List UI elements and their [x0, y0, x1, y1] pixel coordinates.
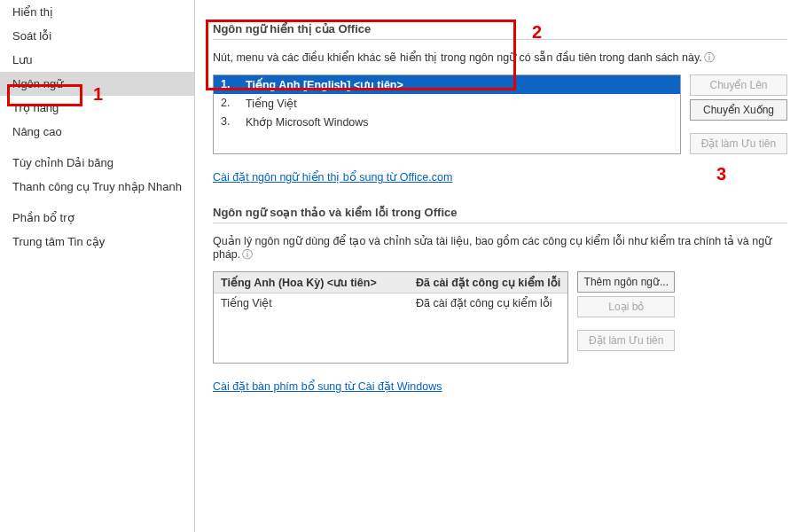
list-item[interactable]: 2. Tiếng Việt	[214, 94, 680, 113]
set-preferred-button[interactable]: Đặt làm Ưu tiên	[690, 133, 787, 154]
sidebar-item-proofing[interactable]: Soát lỗi	[0, 24, 194, 48]
editing-language-desc: Quản lý ngôn ngữ dùng để tạo và chỉnh sử…	[213, 234, 787, 262]
list-label: Khớp Microsoft Windows	[246, 115, 369, 129]
sidebar-item-trust-center[interactable]: Trung tâm Tin cậy	[0, 230, 194, 254]
sidebar-item-accessibility[interactable]: Trợ năng	[0, 96, 194, 120]
table-header: Tiếng Anh (Hoa Kỳ) <ưu tiên> Đã cài đặt …	[214, 272, 567, 293]
list-item[interactable]: 3. Khớp Microsoft Windows	[214, 113, 680, 131]
editing-language-title: Ngôn ngữ soạn thảo và kiểm lỗi trong Off…	[213, 206, 787, 223]
sidebar-item-customize-ribbon[interactable]: Tùy chỉnh Dải băng	[0, 151, 194, 175]
remove-language-button[interactable]: Loại bỏ	[577, 296, 675, 317]
sidebar-item-advanced[interactable]: Nâng cao	[0, 120, 194, 144]
sidebar-item-qat[interactable]: Thanh công cụ Truy nhập Nhanh	[0, 175, 194, 199]
display-language-section: Ngôn ngữ hiển thị của Office Nút, menu v…	[213, 22, 787, 184]
sidebar-item-save[interactable]: Lưu	[0, 48, 194, 72]
options-sidebar: Hiển thị Soát lỗi Lưu Ngôn ngữ Trợ năng …	[0, 0, 195, 532]
move-down-button[interactable]: Chuyển Xuống	[690, 99, 787, 121]
move-up-button[interactable]: Chuyển Lên	[690, 74, 787, 96]
editing-language-section: Ngôn ngữ soạn thảo và kiểm lỗi trong Off…	[213, 206, 787, 393]
display-language-title: Ngôn ngữ hiển thị của Office	[213, 22, 787, 40]
install-keyboards-link[interactable]: Cài đặt bàn phím bổ sung từ Cài đặt Wind…	[213, 379, 442, 393]
install-display-languages-link[interactable]: Cài đặt ngôn ngữ hiển thị bổ sung từ Off…	[213, 170, 452, 184]
table-cell-status: Đã cài đặt công cụ kiểm lỗi	[409, 293, 567, 312]
display-language-listbox[interactable]: 1. Tiếng Anh [English] <ưu tiên> 2. Tiến…	[213, 74, 681, 154]
set-preferred-editing-button[interactable]: Đặt làm Ưu tiên	[577, 330, 675, 351]
list-label: Tiếng Anh [English] <ưu tiên>	[246, 78, 403, 91]
list-label: Tiếng Việt	[246, 97, 297, 110]
editing-header-status: Đã cài đặt công cụ kiểm lỗi	[409, 272, 567, 293]
main-panel: Ngôn ngữ hiển thị của Office Nút, menu v…	[195, 0, 798, 532]
sidebar-item-language[interactable]: Ngôn ngữ	[0, 72, 194, 96]
add-language-button[interactable]: Thêm ngôn ngữ...	[577, 271, 675, 293]
list-index: 1.	[221, 78, 233, 91]
editing-header-lang: Tiếng Anh (Hoa Kỳ) <ưu tiên>	[214, 272, 409, 293]
sidebar-item-addins[interactable]: Phần bổ trợ	[0, 206, 194, 230]
list-item[interactable]: 1. Tiếng Anh [English] <ưu tiên>	[214, 75, 680, 94]
table-cell-lang: Tiếng Việt	[214, 293, 409, 312]
list-index: 2.	[221, 97, 233, 110]
table-row[interactable]: Tiếng Việt Đã cài đặt công cụ kiểm lỗi	[214, 293, 567, 312]
sidebar-item-display[interactable]: Hiển thị	[0, 0, 194, 24]
info-icon[interactable]: ⓘ	[242, 247, 253, 262]
info-icon[interactable]: ⓘ	[704, 51, 715, 66]
editing-language-table[interactable]: Tiếng Anh (Hoa Kỳ) <ưu tiên> Đã cài đặt …	[213, 271, 568, 364]
display-language-desc: Nút, menu và các điều khiển khác sẽ hiển…	[213, 51, 787, 66]
list-index: 3.	[221, 115, 233, 129]
